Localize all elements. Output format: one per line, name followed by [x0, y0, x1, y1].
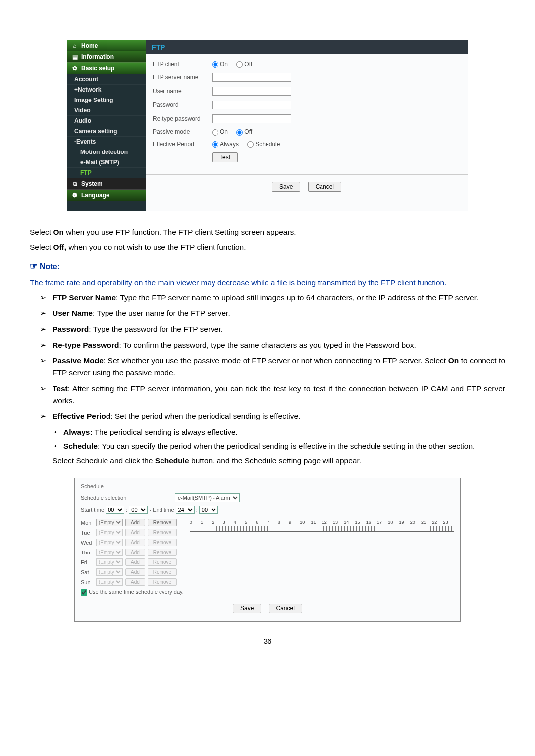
schedule-days: Mon (Empty) Add Remove Tue (Empty) Add R… — [81, 519, 184, 596]
start-hour-select[interactable]: 00 — [106, 506, 124, 514]
sidebar-item-network[interactable]: +Network — [67, 85, 146, 95]
ruler-scale — [190, 526, 454, 532]
sidebar-item-email-smtp[interactable]: e-Mail (SMTP) — [67, 157, 146, 168]
schedule-selection-select[interactable]: e-Mail(SMTP) - Alarm — [175, 493, 240, 502]
remove-button[interactable]: Remove — [148, 558, 177, 566]
ftp-user-name-input[interactable] — [212, 87, 291, 96]
add-button[interactable]: Add — [125, 558, 145, 566]
day-slot-select[interactable]: (Empty) — [96, 519, 123, 526]
period-schedule-radio[interactable] — [247, 141, 254, 148]
day-label: Tue — [81, 530, 94, 536]
remove-button[interactable]: Remove — [148, 519, 177, 526]
day-label: Mon — [81, 520, 94, 526]
day-row-sun: Sun (Empty) Add Remove — [81, 578, 184, 586]
li-passive-mode: Passive Mode: Set whether you use the pa… — [53, 355, 505, 379]
day-slot-select[interactable]: (Empty) — [96, 568, 123, 576]
ftp-client-on[interactable]: On — [212, 61, 228, 68]
end-min-select[interactable]: 00 — [199, 506, 218, 514]
effective-period-label: Effective Period — [153, 141, 212, 148]
add-button[interactable]: Add — [125, 539, 145, 546]
remove-button[interactable]: Remove — [148, 529, 177, 536]
day-slot-select[interactable]: (Empty) — [96, 558, 123, 566]
sidebar-language[interactable]: ❁ Language — [67, 190, 146, 201]
ftp-client-off-radio[interactable] — [236, 61, 243, 68]
passive-on-radio[interactable] — [212, 129, 218, 136]
remove-button[interactable]: Remove — [148, 578, 177, 586]
hour-ruler: 0123 4567 891011 12131415 16171819 20212… — [190, 519, 454, 596]
passive-on[interactable]: On — [212, 128, 228, 135]
sidebar-home[interactable]: ⌂ Home — [67, 40, 146, 51]
day-slot-select[interactable]: (Empty) — [96, 578, 123, 586]
add-button[interactable]: Add — [125, 578, 145, 586]
day-slot-select[interactable]: (Empty) — [96, 529, 123, 536]
remove-button[interactable]: Remove — [148, 539, 177, 546]
sidebar-item-camera-setting[interactable]: Camera setting — [67, 126, 146, 137]
sidebar-information-label: Information — [81, 53, 114, 60]
page-number: 36 — [30, 637, 505, 645]
start-min-select[interactable]: 00 — [129, 506, 148, 514]
sidebar-language-label: Language — [81, 192, 109, 199]
sidebar-information[interactable]: ▤ Information — [67, 51, 146, 63]
ftp-retype-password-input[interactable] — [212, 114, 291, 123]
passive-mode-label: Passive mode — [153, 128, 212, 135]
cancel-button[interactable]: Cancel — [308, 182, 341, 192]
always-label: Always — [220, 141, 239, 148]
test-button[interactable]: Test — [212, 152, 238, 162]
globe-icon: ❁ — [71, 192, 78, 199]
note-heading: ☞Note: — [30, 260, 505, 274]
ftp-client-on-radio[interactable] — [212, 61, 218, 68]
paragraph-select-on: Select On when you use FTP function. The… — [30, 226, 505, 238]
passive-off[interactable]: Off — [236, 128, 252, 135]
sidebar-item-image-setting[interactable]: Image Setting — [67, 95, 146, 105]
same-schedule-text: Use the same time schedule every day. — [89, 589, 184, 595]
sidebar-item-audio[interactable]: Audio — [67, 116, 146, 126]
schedule-save-button[interactable]: Save — [233, 604, 261, 613]
day-label: Wed — [81, 540, 94, 546]
passive-off-radio[interactable] — [236, 129, 243, 136]
day-slot-select[interactable]: (Empty) — [96, 549, 123, 556]
period-always-radio[interactable] — [212, 141, 218, 148]
same-schedule-row: Use the same time schedule every day. — [81, 589, 184, 596]
schedule-cancel-button[interactable]: Cancel — [269, 604, 302, 613]
paragraph-select-off: Select Off, when you do not wish to use … — [30, 241, 505, 253]
add-button[interactable]: Add — [125, 568, 145, 576]
li-ftp-server-name: FTP Server Name: Type the FTP server nam… — [53, 292, 505, 303]
hour-ticks: 0123 4567 891011 12131415 16171819 20212… — [190, 520, 454, 525]
sidebar-item-video[interactable]: Video — [67, 105, 146, 116]
day-slot-select[interactable]: (Empty) — [96, 539, 123, 546]
remove-button[interactable]: Remove — [148, 549, 177, 556]
day-row-fri: Fri (Empty) Add Remove — [81, 558, 184, 566]
ftp-client-off[interactable]: Off — [236, 61, 252, 68]
schedule-legend: Schedule — [81, 483, 454, 489]
ftp-user-name-label: User name — [153, 88, 212, 95]
schedule-selection-label: Schedule selection — [81, 495, 160, 501]
same-schedule-checkbox[interactable] — [81, 589, 87, 596]
ftp-password-input[interactable] — [212, 101, 291, 109]
off-label: Off — [244, 61, 252, 68]
day-label: Fri — [81, 559, 94, 565]
end-hour-select[interactable]: 24 — [176, 506, 195, 514]
sidebar-item-ftp[interactable]: FTP — [67, 168, 146, 178]
add-button[interactable]: Add — [125, 549, 145, 556]
period-schedule[interactable]: Schedule — [247, 141, 280, 148]
period-always[interactable]: Always — [212, 141, 239, 148]
save-button[interactable]: Save — [272, 182, 300, 192]
ftp-server-name-label: FTP server name — [153, 74, 212, 81]
sidebar-basic-setup[interactable]: ✿ Basic setup — [67, 63, 146, 74]
same-schedule-label[interactable]: Use the same time schedule every day. — [81, 589, 184, 595]
sidebar-item-events[interactable]: -Events — [67, 137, 146, 147]
home-icon: ⌂ — [71, 42, 78, 49]
sidebar-system-label: System — [81, 180, 103, 187]
ftp-settings-panel: ⌂ Home ▤ Information ✿ Basic setup Accou… — [67, 40, 468, 211]
add-button[interactable]: Add — [125, 529, 145, 536]
li-effective-period: Effective Period: Set the period when th… — [53, 410, 505, 422]
sidebar-item-account[interactable]: Account — [67, 74, 146, 85]
info-icon: ▤ — [71, 53, 78, 60]
sidebar-item-motion-detection[interactable]: Motion detection — [67, 147, 146, 157]
remove-button[interactable]: Remove — [148, 568, 177, 576]
sidebar-system[interactable]: ⧉ System — [67, 178, 146, 190]
add-button[interactable]: Add — [125, 519, 145, 526]
ftp-server-name-input[interactable] — [212, 73, 291, 82]
li-password: Password: Type the password for the FTP … — [53, 323, 505, 335]
day-row-mon: Mon (Empty) Add Remove — [81, 519, 184, 526]
